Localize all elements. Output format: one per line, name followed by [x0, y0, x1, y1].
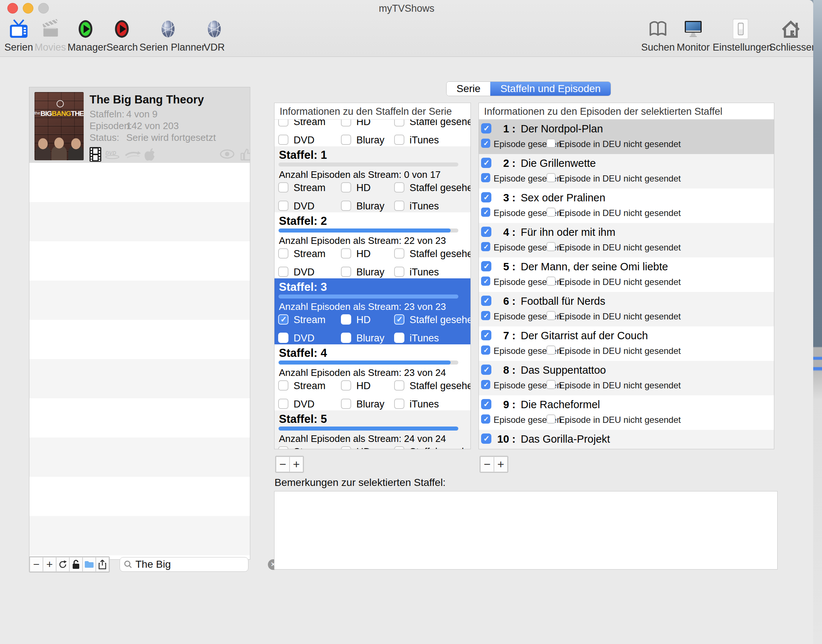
stream-checkbox[interactable] — [278, 182, 289, 193]
tab-staffeln-und-episoden[interactable]: Staffeln und Episoden — [490, 82, 610, 96]
episode-deu-checkbox[interactable] — [546, 208, 556, 217]
episode-row[interactable]: 9 : Die Racheformel Episode gesehen Epis… — [479, 396, 774, 430]
season-row[interactable]: Staffel: 3 Anzahl Episoden als Stream: 2… — [275, 278, 470, 344]
staffel-gesehen-checkbox[interactable] — [394, 380, 404, 391]
episode-gesehen-checkbox[interactable] — [481, 380, 490, 389]
staffel-gesehen-checkbox[interactable] — [394, 182, 404, 193]
bluray-checkbox[interactable] — [341, 267, 351, 277]
itunes-checkbox[interactable] — [394, 135, 404, 145]
episode-row[interactable]: 8 : Das Suppentattoo Episode gesehen Epi… — [479, 361, 774, 396]
itunes-checkbox[interactable] — [394, 267, 404, 277]
episode-gesehen-checkbox[interactable] — [481, 311, 490, 320]
staffel-gesehen-checkbox[interactable] — [394, 248, 404, 259]
episode-row[interactable]: 4 : Für ihn oder mit ihm Episode gesehen… — [479, 223, 774, 258]
reload-button[interactable] — [57, 557, 69, 571]
add-show-button[interactable]: + — [43, 557, 56, 571]
bluray-checkbox[interactable] — [341, 201, 351, 211]
episode-deu-checkbox[interactable] — [546, 242, 556, 251]
toolbar-serien-planner[interactable]: Serien Planner — [140, 18, 197, 53]
notes-label: Bemerkungen zur selektierten Staffel: — [275, 477, 446, 489]
season-row[interactable]: Staffel: 2 Anzahl Episoden als Stream: 2… — [275, 212, 470, 278]
season-row[interactable]: Staffel: 1 Anzahl Episoden als Stream: 0… — [275, 146, 470, 212]
episode-gesehen-checkbox[interactable] — [481, 173, 490, 182]
dvd-checkbox[interactable] — [278, 399, 289, 409]
season-stream-count: Anzahl Episoden als Stream: 22 von 23 — [279, 235, 446, 247]
share-button[interactable] — [96, 557, 109, 571]
season-row[interactable]: Staffel: 4 Anzahl Episoden als Stream: 2… — [275, 344, 470, 410]
lock-button[interactable] — [70, 557, 82, 571]
toolbar-suchen[interactable]: Suchen — [641, 18, 675, 53]
stream-checkbox[interactable] — [278, 248, 289, 259]
search-input[interactable] — [135, 558, 268, 570]
season-stream-count: Anzahl Episoden als Stream: 24 von 24 — [279, 433, 446, 445]
hd-checkbox[interactable] — [341, 380, 351, 391]
hd-checkbox[interactable] — [341, 182, 351, 193]
episode-deu-checkbox[interactable] — [546, 345, 556, 355]
episode-deu-checkbox[interactable] — [546, 139, 556, 148]
episode-gesehen-checkbox[interactable] — [481, 242, 490, 251]
notes-textarea[interactable] — [274, 491, 777, 570]
stream-checkbox[interactable] — [278, 314, 289, 325]
itunes-checkbox[interactable] — [394, 399, 404, 409]
folder-button[interactable] — [83, 557, 95, 571]
toolbar-monitor[interactable]: Monitor — [676, 18, 710, 53]
dvd-checkbox[interactable] — [278, 267, 289, 277]
episode-row[interactable]: 7 : Der Gitarrist auf der Couch Episode … — [479, 327, 774, 361]
add-episode-button[interactable]: + — [494, 457, 507, 472]
itunes-checkbox[interactable] — [394, 201, 404, 211]
stream-checkbox[interactable] — [278, 446, 289, 449]
thumbs-up-icon — [240, 148, 250, 161]
toolbar-movies[interactable]: Movies — [34, 18, 66, 53]
episode-deu-checkbox[interactable] — [546, 311, 556, 320]
show-row[interactable]: theBIGBANGTHEORY The Big Bang Theory Sta… — [29, 87, 250, 163]
seasons-list: Stream HD Staffel gesehen DVD Bluray iTu… — [275, 103, 470, 449]
episode-gesehen-checkbox[interactable] — [481, 345, 490, 355]
dvd-checkbox[interactable] — [278, 201, 289, 211]
episode-row[interactable]: 5 : Der Mann, der seine Omi liebte Episo… — [479, 258, 774, 292]
episode-row[interactable]: 2 : Die Grillenwette Episode gesehen Epi… — [479, 154, 774, 189]
bluray-checkbox[interactable] — [341, 399, 351, 409]
show-meta-staffeln: Staffeln:4 von 9 — [89, 109, 124, 120]
episode-number: 7 : — [484, 330, 516, 342]
episode-gesehen-checkbox[interactable] — [481, 208, 490, 217]
episode-deu-checkbox[interactable] — [546, 173, 556, 182]
remove-show-button[interactable]: − — [30, 557, 43, 571]
stream-checkbox[interactable] — [278, 380, 289, 391]
toolbar-serien[interactable]: Serien — [3, 18, 34, 53]
dvd-checkbox[interactable] — [278, 135, 289, 145]
itunes-checkbox[interactable] — [394, 333, 404, 343]
remove-season-button[interactable]: − — [276, 457, 289, 472]
remove-episode-button[interactable]: − — [481, 457, 493, 472]
add-season-button[interactable]: + — [290, 457, 303, 472]
episode-row[interactable]: 10 : Das Gorilla-Projekt Episode gesehen… — [479, 430, 774, 449]
episode-deu-checkbox[interactable] — [546, 414, 556, 423]
episode-gesehen-checkbox[interactable] — [481, 276, 490, 286]
dvd-checkbox[interactable] — [278, 333, 289, 343]
episode-gesehen-checkbox[interactable] — [481, 449, 490, 449]
episode-gesehen-checkbox[interactable] — [481, 139, 490, 148]
tab-serie[interactable]: Serie — [447, 82, 490, 96]
episode-deu-checkbox[interactable] — [546, 380, 556, 389]
toolbar-einstellungen[interactable]: Einstellungen — [713, 18, 768, 53]
staffel-gesehen-checkbox[interactable] — [394, 446, 404, 449]
episode-row[interactable]: 3 : Sex oder Pralinen Episode gesehen Ep… — [479, 189, 774, 223]
season-row[interactable]: Staffel: 5 Anzahl Episoden als Stream: 2… — [275, 410, 470, 449]
staffel-gesehen-checkbox[interactable] — [394, 314, 404, 325]
hd-checkbox[interactable] — [341, 446, 351, 449]
episode-row[interactable]: 6 : Football für Nerds Episode gesehen E… — [479, 292, 774, 327]
bluray-checkbox[interactable] — [341, 333, 351, 343]
toolbar-schliessen[interactable]: Schliessen — [769, 18, 813, 53]
hd-checkbox[interactable] — [341, 314, 351, 325]
hd-checkbox[interactable] — [341, 248, 351, 259]
episode-row[interactable]: 1 : Der Nordpol-Plan Episode gesehen Epi… — [479, 120, 774, 154]
light-switch-icon — [713, 18, 768, 40]
episode-deu-checkbox[interactable] — [546, 449, 556, 449]
toolbar-manager[interactable]: Manager — [68, 18, 103, 53]
episode-gesehen-checkbox[interactable] — [481, 414, 490, 423]
poster-cast — [34, 132, 84, 160]
toolbar-vdr[interactable]: VDR — [200, 18, 229, 53]
toolbar-search[interactable]: Search — [106, 18, 137, 53]
bluray-checkbox[interactable] — [341, 135, 351, 145]
episode-number: 3 : — [484, 192, 516, 204]
episode-deu-checkbox[interactable] — [546, 276, 556, 286]
